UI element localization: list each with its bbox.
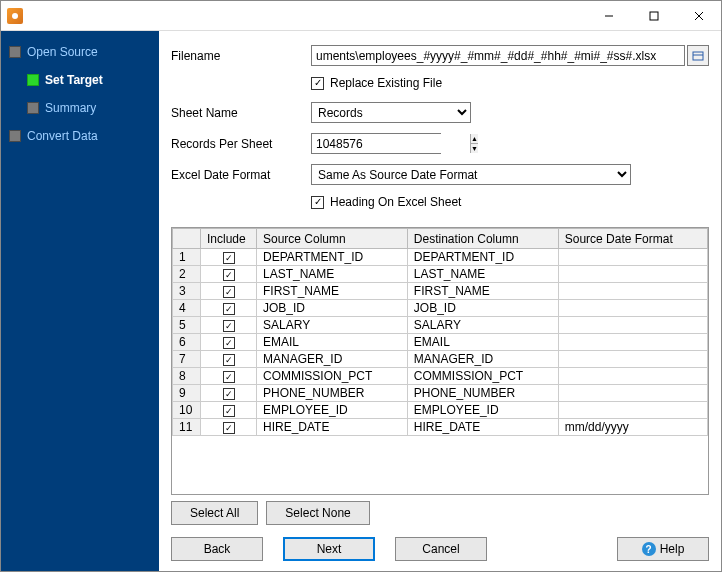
- table-row[interactable]: 9PHONE_NUMBERPHONE_NUMBER: [173, 385, 708, 402]
- dest-cell[interactable]: EMAIL: [407, 334, 558, 351]
- header-dest[interactable]: Destination Column: [407, 229, 558, 249]
- sidebar-item-open-source[interactable]: Open Source: [7, 41, 153, 63]
- source-cell[interactable]: LAST_NAME: [257, 266, 408, 283]
- table-row[interactable]: 8COMMISSION_PCTCOMMISSION_PCT: [173, 368, 708, 385]
- nav-step-icon: [9, 46, 21, 58]
- back-button[interactable]: Back: [171, 537, 263, 561]
- close-button[interactable]: [676, 1, 721, 30]
- include-cell: [201, 351, 257, 368]
- header-rownum[interactable]: [173, 229, 201, 249]
- help-label: Help: [660, 542, 685, 556]
- include-cell: [201, 334, 257, 351]
- include-checkbox[interactable]: [223, 388, 235, 400]
- dest-cell[interactable]: SALARY: [407, 317, 558, 334]
- source-cell[interactable]: DEPARTMENT_ID: [257, 249, 408, 266]
- filename-input[interactable]: [311, 45, 685, 66]
- cancel-button[interactable]: Cancel: [395, 537, 487, 561]
- sidebar-item-label: Open Source: [27, 45, 98, 59]
- dest-cell[interactable]: LAST_NAME: [407, 266, 558, 283]
- datefmt-cell[interactable]: [558, 368, 707, 385]
- include-checkbox[interactable]: [223, 252, 235, 264]
- table-row[interactable]: 4JOB_IDJOB_ID: [173, 300, 708, 317]
- table-row[interactable]: 6EMAILEMAIL: [173, 334, 708, 351]
- datefmt-cell[interactable]: [558, 351, 707, 368]
- minimize-button[interactable]: [586, 1, 631, 30]
- browse-button[interactable]: [687, 45, 709, 66]
- sidebar-item-set-target[interactable]: Set Target: [25, 69, 153, 91]
- table-row[interactable]: 11HIRE_DATEHIRE_DATEmm/dd/yyyy: [173, 419, 708, 436]
- sidebar-item-convert-data[interactable]: Convert Data: [7, 125, 153, 147]
- include-checkbox[interactable]: [223, 371, 235, 383]
- nav-step-icon: [27, 74, 39, 86]
- dest-cell[interactable]: HIRE_DATE: [407, 419, 558, 436]
- datefmt-cell[interactable]: [558, 334, 707, 351]
- dest-cell[interactable]: DEPARTMENT_ID: [407, 249, 558, 266]
- include-checkbox[interactable]: [223, 286, 235, 298]
- records-label: Records Per Sheet: [171, 137, 311, 151]
- table-row[interactable]: 3FIRST_NAMEFIRST_NAME: [173, 283, 708, 300]
- select-all-button[interactable]: Select All: [171, 501, 258, 525]
- table-row[interactable]: 2LAST_NAMELAST_NAME: [173, 266, 708, 283]
- rownum-cell: 8: [173, 368, 201, 385]
- sidebar-item-summary[interactable]: Summary: [25, 97, 153, 119]
- datefmt-cell[interactable]: [558, 300, 707, 317]
- next-button[interactable]: Next: [283, 537, 375, 561]
- include-checkbox[interactable]: [223, 320, 235, 332]
- table-row[interactable]: 5SALARYSALARY: [173, 317, 708, 334]
- select-none-button[interactable]: Select None: [266, 501, 369, 525]
- nav-step-icon: [27, 102, 39, 114]
- table-row[interactable]: 7MANAGER_IDMANAGER_ID: [173, 351, 708, 368]
- dest-cell[interactable]: MANAGER_ID: [407, 351, 558, 368]
- include-cell: [201, 419, 257, 436]
- records-input[interactable]: [312, 134, 470, 153]
- table-row[interactable]: 10EMPLOYEE_IDEMPLOYEE_ID: [173, 402, 708, 419]
- datefmt-cell[interactable]: mm/dd/yyyy: [558, 419, 707, 436]
- replace-existing-checkbox[interactable]: [311, 77, 324, 90]
- svg-rect-1: [650, 12, 658, 20]
- dest-cell[interactable]: EMPLOYEE_ID: [407, 402, 558, 419]
- maximize-button[interactable]: [631, 1, 676, 30]
- source-cell[interactable]: COMMISSION_PCT: [257, 368, 408, 385]
- dest-cell[interactable]: JOB_ID: [407, 300, 558, 317]
- records-down-button[interactable]: ▼: [471, 144, 478, 153]
- include-checkbox[interactable]: [223, 405, 235, 417]
- source-cell[interactable]: FIRST_NAME: [257, 283, 408, 300]
- datefmt-cell[interactable]: [558, 317, 707, 334]
- header-datefmt[interactable]: Source Date Format: [558, 229, 707, 249]
- source-cell[interactable]: HIRE_DATE: [257, 419, 408, 436]
- header-source[interactable]: Source Column: [257, 229, 408, 249]
- sidebar: Open SourceSet TargetSummaryConvert Data: [1, 31, 159, 571]
- dest-cell[interactable]: FIRST_NAME: [407, 283, 558, 300]
- maximize-icon: [649, 11, 659, 21]
- include-checkbox[interactable]: [223, 354, 235, 366]
- datefmt-cell[interactable]: [558, 283, 707, 300]
- datefmt-cell[interactable]: [558, 249, 707, 266]
- datefmt-cell[interactable]: [558, 266, 707, 283]
- source-cell[interactable]: MANAGER_ID: [257, 351, 408, 368]
- header-include[interactable]: Include: [201, 229, 257, 249]
- source-cell[interactable]: SALARY: [257, 317, 408, 334]
- dest-cell[interactable]: PHONE_NUMBER: [407, 385, 558, 402]
- include-checkbox[interactable]: [223, 303, 235, 315]
- records-up-button[interactable]: ▲: [471, 134, 478, 144]
- minimize-icon: [604, 11, 614, 21]
- source-cell[interactable]: EMPLOYEE_ID: [257, 402, 408, 419]
- dateformat-select[interactable]: Same As Source Date Format: [311, 164, 631, 185]
- content-area: Filename Replace Existing File Sheet Nam…: [159, 31, 721, 571]
- source-cell[interactable]: EMAIL: [257, 334, 408, 351]
- heading-checkbox[interactable]: [311, 196, 324, 209]
- include-checkbox[interactable]: [223, 422, 235, 434]
- sheetname-select[interactable]: Records: [311, 102, 471, 123]
- rownum-cell: 10: [173, 402, 201, 419]
- browse-icon: [692, 50, 704, 62]
- include-checkbox[interactable]: [223, 269, 235, 281]
- help-button[interactable]: ? Help: [617, 537, 709, 561]
- source-cell[interactable]: PHONE_NUMBER: [257, 385, 408, 402]
- datefmt-cell[interactable]: [558, 402, 707, 419]
- source-cell[interactable]: JOB_ID: [257, 300, 408, 317]
- datefmt-cell[interactable]: [558, 385, 707, 402]
- help-icon: ?: [642, 542, 656, 556]
- table-row[interactable]: 1DEPARTMENT_IDDEPARTMENT_ID: [173, 249, 708, 266]
- dest-cell[interactable]: COMMISSION_PCT: [407, 368, 558, 385]
- include-checkbox[interactable]: [223, 337, 235, 349]
